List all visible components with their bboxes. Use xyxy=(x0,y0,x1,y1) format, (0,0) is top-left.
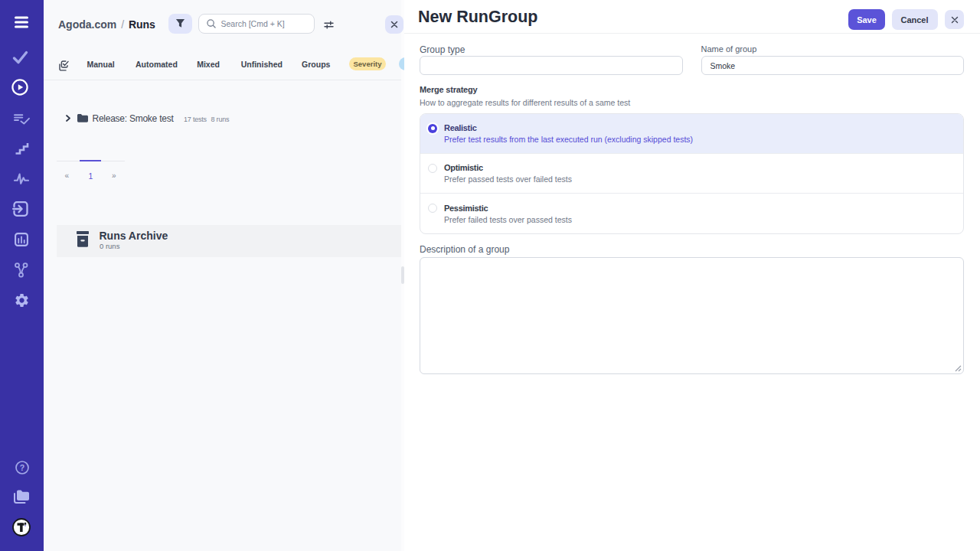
svg-text:?: ? xyxy=(19,463,24,472)
